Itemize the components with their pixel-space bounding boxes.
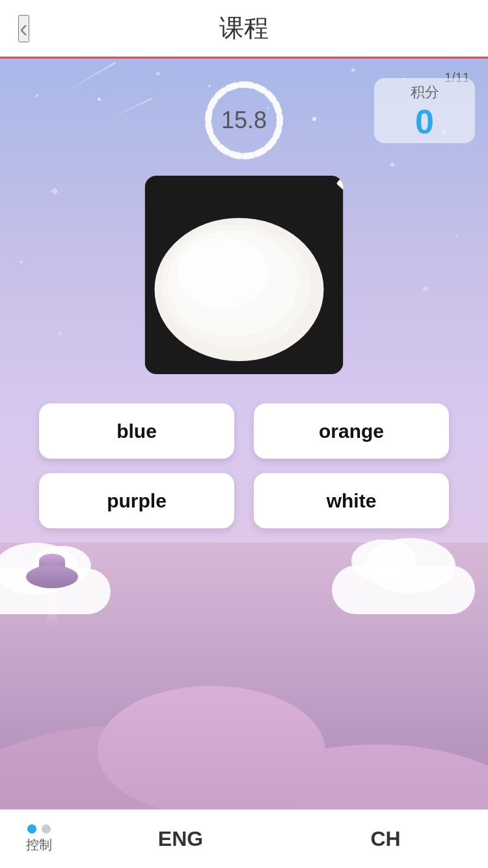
- answer-orange-button[interactable]: orange: [254, 403, 449, 459]
- answer-blue-button[interactable]: blue: [39, 403, 234, 459]
- score-label: 积分: [411, 83, 439, 102]
- score-value: 0: [415, 105, 434, 139]
- page-dots: [27, 824, 51, 834]
- timer-value: 15.8: [221, 107, 267, 134]
- page-title: 课程: [219, 12, 269, 45]
- header: ‹ 课程: [0, 0, 488, 59]
- control-label: 控制: [26, 836, 52, 854]
- score-box: 积分 0: [374, 78, 475, 143]
- ufo-decoration: [26, 565, 78, 588]
- main-content: 15.8 1/11 积分 0: [0, 59, 488, 868]
- question-image: [145, 176, 344, 374]
- timer-display: 15.8: [202, 78, 286, 163]
- control-area: 控制: [0, 824, 78, 854]
- dot-inactive: [42, 824, 51, 834]
- ch-button[interactable]: CH: [283, 827, 488, 851]
- dot-active: [27, 824, 36, 834]
- paint-illustration: [145, 176, 344, 374]
- bottom-bar: 控制 ENG CH: [0, 809, 488, 868]
- back-button[interactable]: ‹: [18, 15, 29, 42]
- eng-button[interactable]: ENG: [78, 827, 283, 851]
- svg-point-7: [184, 247, 236, 286]
- answer-purple-button[interactable]: purple: [39, 473, 234, 528]
- answer-grid: blue orange purple white: [0, 403, 488, 528]
- answer-white-button[interactable]: white: [254, 473, 449, 528]
